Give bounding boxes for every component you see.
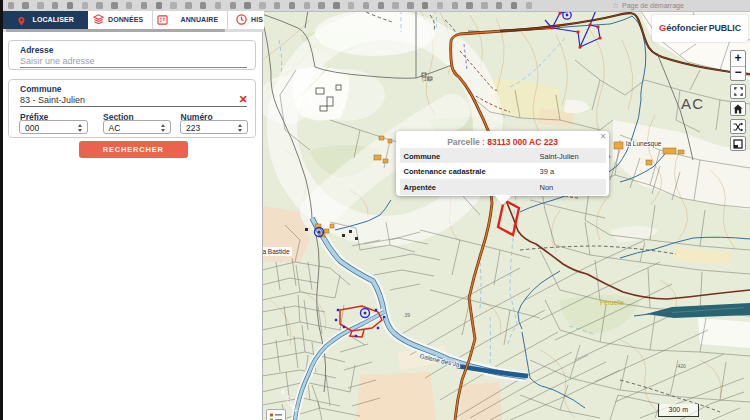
svg-text:.39: .39 — [403, 312, 410, 318]
svg-text:.420: .420 — [676, 363, 686, 369]
svg-text:la Lunesque: la Lunesque — [626, 140, 662, 148]
svg-text:la Bastide: la Bastide — [261, 248, 290, 255]
svg-text:(10): (10) — [422, 76, 431, 82]
svg-text:Péruelle: Péruelle — [600, 299, 624, 306]
